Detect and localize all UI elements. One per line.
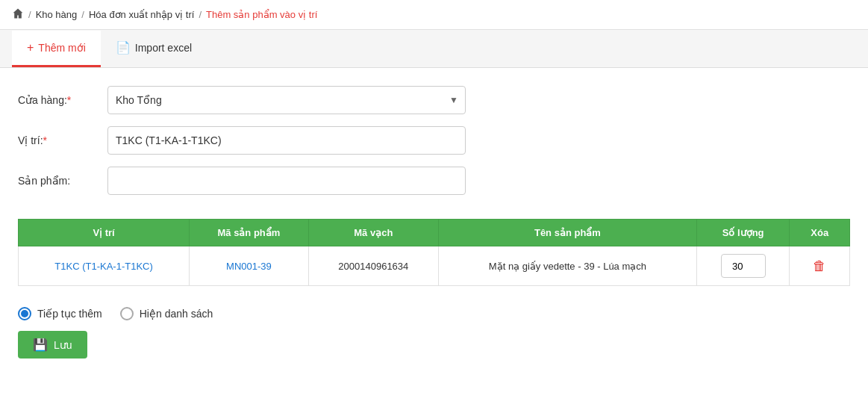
tabs-bar: + Thêm mới 📄 Import excel — [0, 30, 868, 68]
so-luong-input[interactable] — [721, 254, 766, 278]
breadcrumb-sep-1: / — [28, 9, 31, 20]
col-ma-vach: Mã vạch — [308, 220, 438, 246]
vi-tri-input[interactable] — [107, 126, 466, 155]
home-icon[interactable] — [12, 7, 24, 22]
tab-them-moi[interactable]: + Thêm mới — [12, 31, 101, 67]
footer-area: Tiếp tục thêm Hiện danh sách 💾 Lưu — [0, 298, 868, 370]
table-header-row: Vị trí Mã sản phẩm Mã vạch Tên sản phẩm … — [19, 220, 850, 246]
radio-tiep-tuc-them-label: Tiếp tục thêm — [37, 308, 102, 320]
cell-vi-tri: T1KC (T1-KA-1-T1KC) — [19, 246, 190, 286]
breadcrumb-current: Thêm sản phẩm vào vị trí — [206, 9, 317, 20]
cua-hang-select[interactable]: Kho Tổng Kho Phụ 1 Kho Phụ 2 — [107, 86, 466, 114]
san-pham-input[interactable] — [107, 167, 466, 195]
tab-them-moi-label: Thêm mới — [38, 42, 85, 54]
vi-tri-label: Vị trí:* — [18, 134, 107, 146]
radio-tiep-tuc-them[interactable]: Tiếp tục thêm — [18, 307, 102, 320]
breadcrumb-sep-2: / — [81, 9, 84, 20]
save-button-label: Lưu — [54, 339, 72, 351]
tab-import-excel[interactable]: 📄 Import excel — [101, 30, 207, 67]
breadcrumb: / Kho hàng / Hóa đơn xuất nhập vị trí / … — [0, 0, 868, 30]
col-ten-sp: Tên sản phẩm — [438, 220, 696, 246]
save-button[interactable]: 💾 Lưu — [18, 331, 87, 359]
san-pham-label: Sản phẩm: — [18, 175, 107, 187]
products-table: Vị trí Mã sản phẩm Mã vạch Tên sản phẩm … — [18, 219, 850, 286]
cua-hang-row: Cửa hàng:* Kho Tổng Kho Phụ 1 Kho Phụ 2 … — [18, 86, 850, 114]
breadcrumb-hoa-don[interactable]: Hóa đơn xuất nhập vị trí — [89, 9, 194, 20]
san-pham-row: Sản phẩm: — [18, 167, 850, 195]
cua-hang-label: Cửa hàng:* — [18, 94, 107, 106]
cell-ten-sp: Mặt nạ giấy vedette - 39 - Lúa mạch — [438, 246, 696, 286]
delete-row-button[interactable]: 🗑 — [808, 257, 831, 276]
col-ma-sp: Mã sản phẩm — [190, 220, 309, 246]
plus-icon: + — [27, 41, 34, 55]
radio-circle-1 — [18, 307, 31, 320]
cell-ma-vach: 2000140961634 — [308, 246, 438, 286]
radio-circle-2 — [120, 307, 134, 320]
breadcrumb-kho-hang[interactable]: Kho hàng — [36, 9, 78, 20]
cell-ma-sp: MN001-39 — [190, 246, 309, 286]
radio-group: Tiếp tục thêm Hiện danh sách — [18, 307, 850, 320]
save-icon: 💾 — [33, 338, 48, 352]
tab-import-excel-label: Import excel — [135, 42, 192, 54]
excel-icon: 📄 — [116, 40, 131, 55]
radio-hien-danh-sach-label: Hiện danh sách — [140, 308, 213, 320]
col-so-luong: Số lượng — [696, 220, 789, 246]
cell-xoa: 🗑 — [790, 246, 850, 286]
radio-hien-danh-sach[interactable]: Hiện danh sách — [120, 307, 213, 320]
col-xoa: Xóa — [790, 220, 850, 246]
col-vi-tri: Vị trí — [19, 220, 190, 246]
cua-hang-select-wrapper: Kho Tổng Kho Phụ 1 Kho Phụ 2 ▼ — [107, 86, 466, 114]
breadcrumb-sep-3: / — [199, 9, 202, 20]
products-table-wrapper: Vị trí Mã sản phẩm Mã vạch Tên sản phẩm … — [18, 219, 850, 286]
cell-so-luong — [696, 246, 789, 286]
form-area: Cửa hàng:* Kho Tổng Kho Phụ 1 Kho Phụ 2 … — [0, 68, 868, 219]
vi-tri-row: Vị trí:* — [18, 126, 850, 155]
table-row: T1KC (T1-KA-1-T1KC) MN001-39 20001409616… — [19, 246, 850, 286]
